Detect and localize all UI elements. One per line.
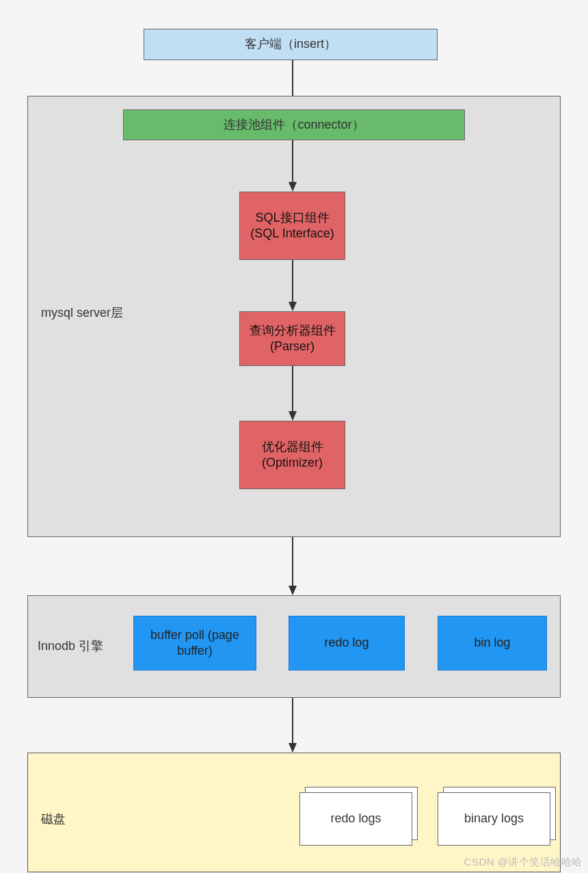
- connector-label: 连接池组件（connector）: [224, 117, 364, 133]
- redo-logs-box: redo logs: [299, 792, 412, 846]
- buffer-pool-box: buffer poll (page buffer): [133, 616, 256, 670]
- optimizer-box: 优化器组件(Optimizer): [239, 421, 345, 489]
- server-title: mysql server层: [41, 304, 123, 321]
- svg-marker-9: [289, 586, 297, 595]
- binary-logs-label: binary logs: [464, 811, 524, 826]
- innodb-title: Innodb 引擎: [38, 638, 103, 654]
- arrow-innodb-disk: [289, 698, 297, 753]
- connector-box: 连接池组件（connector）: [123, 109, 465, 140]
- optimizer-label: 优化器组件(Optimizer): [243, 439, 342, 471]
- svg-marker-11: [289, 743, 297, 753]
- binary-logs-box: binary logs: [438, 792, 550, 846]
- disk-title: 磁盘: [41, 811, 66, 827]
- redo-logs-label: redo logs: [330, 811, 381, 826]
- bin-log-label: bin log: [474, 635, 510, 651]
- bin-log-box: bin log: [438, 616, 547, 670]
- arrow-server-innodb: [289, 537, 297, 595]
- client-label: 客户端（insert）: [245, 36, 336, 52]
- parser-box: 查询分析器组件(Parser): [239, 311, 345, 366]
- sql-interface-box: SQL接口组件(SQL Interface): [239, 192, 345, 260]
- watermark: CSDN @讲个笑话哈哈哈: [464, 856, 583, 869]
- sql-interface-label: SQL接口组件(SQL Interface): [243, 210, 342, 242]
- client-box: 客户端（insert）: [144, 29, 438, 60]
- parser-label: 查询分析器组件(Parser): [243, 323, 342, 355]
- redo-log-box: redo log: [289, 616, 405, 670]
- redo-log-label: redo log: [324, 635, 369, 651]
- buffer-pool-label: buffer poll (page buffer): [137, 627, 253, 660]
